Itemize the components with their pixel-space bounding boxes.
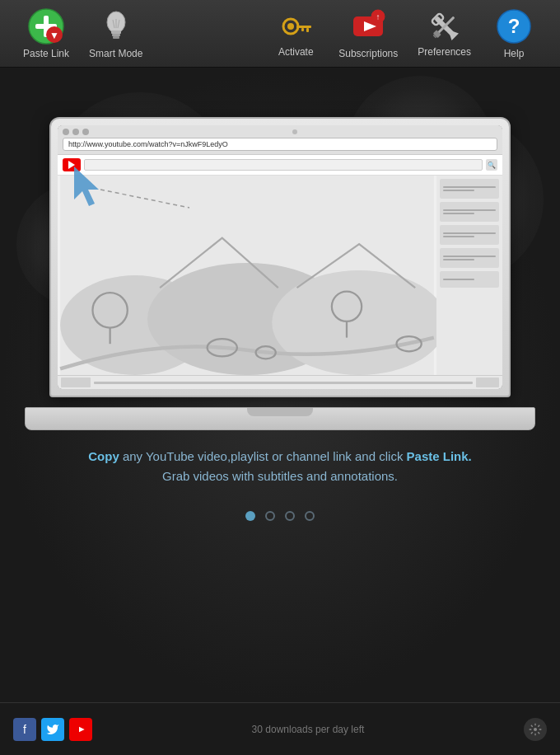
activate-button[interactable]: Activate [263,7,329,61]
svg-rect-6 [111,30,121,34]
youtube-social-icon[interactable] [69,718,92,741]
yt-search-row: 🔍 [58,155,502,176]
browser-dot-center [292,129,297,134]
social-icons: f [13,718,92,741]
smart-mode-icon [100,8,133,45]
smart-mode-label: Smart Mode [89,48,142,59]
laptop-base [25,407,535,430]
sidebar-line-4-short [443,259,474,260]
smart-mode-button[interactable]: Smart Mode [79,5,152,63]
svg-text:↑: ↑ [376,12,380,21]
help-button[interactable]: ? Help [481,5,547,63]
toolbar: ▼ Paste Link Smart Mode [0,0,560,68]
svg-rect-8 [113,36,119,39]
facebook-label: f [23,723,26,736]
browser-dot-yellow [72,129,79,135]
pagination-dot-1[interactable] [245,511,255,521]
sidebar-line-3 [443,232,496,234]
help-label: Help [504,48,525,59]
sidebar-line-3-short [443,236,474,237]
svg-text:▼: ▼ [49,30,59,41]
sidebar-item-1-lines [440,179,499,199]
laptop-hinge [247,408,313,416]
sidebar-item-3 [440,225,499,245]
footer-progress-bar [94,382,473,384]
preferences-icon [428,10,461,43]
svg-rect-14 [296,26,311,28]
pagination-dot-3[interactable] [285,511,295,521]
footer-thumbnail [61,378,91,387]
yt-search-button: 🔍 [486,159,497,171]
pagination-dot-4[interactable] [305,511,315,521]
instruction-text: Copy any YouTube video,playlist or chann… [39,447,521,486]
activate-label: Activate [278,46,314,58]
main-content: http://www.youtube.com/watch?v=nJkwF9Led… [0,68,560,702]
sidebar-line [443,186,496,188]
yt-search-input [84,159,483,171]
browser-url-bar: http://www.youtube.com/watch?v=nJkwF9Led… [63,138,497,151]
instruction-middle-text: any YouTube video,playlist or channel li… [119,449,407,463]
browser-body [58,176,502,375]
sidebar-item-2 [440,202,499,222]
svg-point-13 [287,23,294,30]
svg-rect-16 [301,28,304,31]
browser-url-text: http://www.youtube.com/watch?v=nJkwF9Led… [68,140,228,148]
twitter-icon[interactable] [41,718,64,741]
browser-sidebar [436,176,502,375]
youtube-icon-box [63,158,81,171]
sidebar-item-5 [440,271,499,288]
svg-rect-7 [112,34,120,36]
instruction-paste-link-word: Paste Link. [407,449,472,463]
instruction-line-2: Grab videos with subtitles and annotatio… [88,467,472,486]
sidebar-line-2-short [443,213,474,214]
paste-link-button[interactable]: ▼ Paste Link [13,5,79,63]
instruction-copy-word: Copy [88,449,119,463]
sidebar-item-4-lines [440,248,499,268]
paste-link-icon: ▼ [28,8,64,45]
preferences-label: Preferences [418,46,471,58]
landscape-svg [58,176,436,375]
laptop-illustration: http://www.youtube.com/watch?v=nJkwF9Led… [25,117,535,430]
laptop-screen-bezel: http://www.youtube.com/watch?v=nJkwF9Led… [58,125,502,389]
sidebar-item-4 [440,248,499,268]
subscriptions-button[interactable]: ↑ Subscriptions [329,5,408,63]
footer-small-box [476,378,499,387]
instruction-line-1: Copy any YouTube video,playlist or chann… [88,447,472,467]
subscriptions-label: Subscriptions [338,48,398,59]
svg-point-45 [534,728,537,731]
activate-icon [279,10,312,43]
browser-footer [58,375,502,389]
laptop-screen-shell: http://www.youtube.com/watch?v=nJkwF9Led… [49,117,511,397]
laptop-screen-content: http://www.youtube.com/watch?v=nJkwF9Led… [58,125,502,389]
sidebar-item-2-lines [440,202,499,222]
browser-dot-red [63,129,69,135]
sidebar-line-5 [443,279,474,280]
browser-chrome: http://www.youtube.com/watch?v=nJkwF9Led… [58,125,502,155]
pagination-dot-2[interactable] [265,511,275,521]
pagination-dots [245,511,315,521]
sidebar-item-5-lines [440,271,499,288]
sidebar-line-short [443,190,474,191]
svg-text:?: ? [508,15,520,37]
facebook-icon[interactable]: f [13,718,36,741]
youtube-play-triangle [68,161,75,169]
sidebar-line-4 [443,256,496,257]
browser-dot-green [82,129,89,135]
download-status: 30 downloads per day left [252,724,365,735]
subscriptions-icon: ↑ [350,8,386,45]
sidebar-line-2 [443,209,496,211]
sidebar-item-1 [440,179,499,199]
svg-rect-15 [306,28,309,32]
preferences-button[interactable]: Preferences [408,7,481,61]
browser-main-area [58,176,436,375]
sidebar-item-3-lines [440,225,499,245]
bottom-bar: f 30 downloads per day left [0,702,560,755]
paste-link-label: Paste Link [23,48,69,59]
bottom-right-icon[interactable] [524,718,547,741]
help-icon: ? [496,8,532,45]
browser-dots [63,129,497,135]
